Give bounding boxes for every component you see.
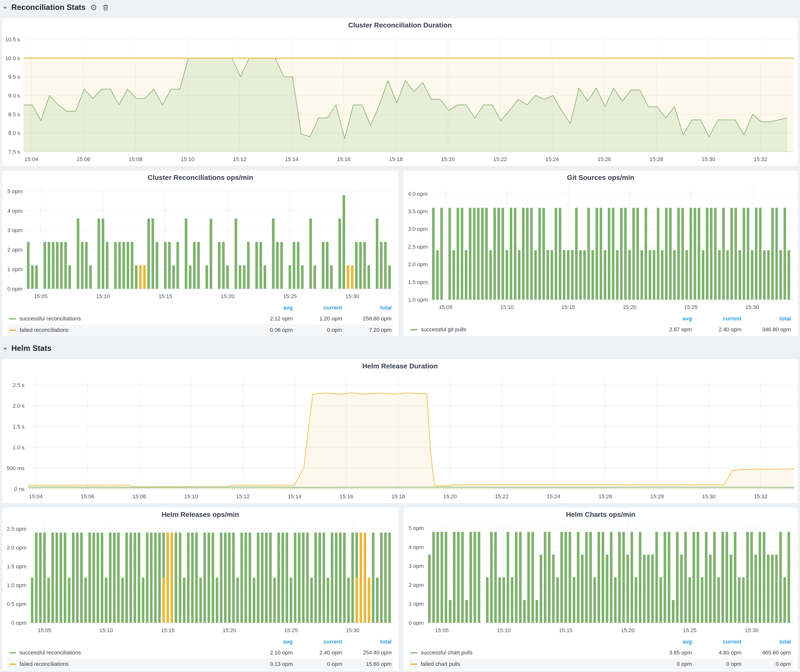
legend-series-toggle[interactable]: failed chart pulls	[410, 661, 642, 667]
svg-text:2.5 opm: 2.5 opm	[7, 526, 27, 532]
svg-text:15:30: 15:30	[745, 304, 759, 310]
legend-header-row: avg current total	[8, 302, 393, 313]
legend-sort-total[interactable]: total	[741, 315, 791, 322]
panel-cluster-reconciliations-opm: Cluster Reconciliations ops/min 15:0515:…	[2, 170, 399, 336]
svg-text:15:30: 15:30	[702, 156, 715, 162]
legend-total-value: 346.80 opm	[741, 326, 791, 333]
legend-avg-value: 0.06 opm	[243, 327, 293, 333]
legend-total-value: 15.60 opm	[342, 661, 392, 667]
svg-text:15:30: 15:30	[346, 627, 360, 634]
legend-series-toggle[interactable]: successful reconciliations	[9, 650, 243, 656]
svg-text:15:30: 15:30	[745, 627, 758, 634]
row-settings-gear-icon[interactable]: ⚙	[90, 3, 97, 11]
svg-text:15:15: 15:15	[158, 293, 172, 299]
cluster-reconciliation-duration-chart[interactable]: 15:0415:0615:0815:1015:1215:1415:1615:18…	[2, 32, 798, 166]
row-title: Helm Stats	[11, 344, 51, 353]
legend-sort-total[interactable]: total	[342, 305, 392, 311]
row-collapse-toggle[interactable]: Helm Stats	[2, 344, 51, 353]
svg-text:2.5 s: 2.5 s	[13, 382, 24, 388]
legend-series-label: successful chart pulls	[421, 650, 472, 656]
svg-text:2.0 s: 2.0 s	[13, 403, 24, 409]
legend-sort-avg[interactable]: avg	[243, 638, 293, 645]
legend: avg current total successful git pulls 2…	[403, 314, 798, 335]
svg-text:1.5 opm: 1.5 opm	[408, 279, 428, 285]
legend-current-value: 0 opm	[293, 661, 342, 667]
helm-release-duration-chart[interactable]: 15:0415:0615:0815:1015:1215:1415:1615:18…	[2, 373, 798, 503]
legend-series-toggle[interactable]: successful reconciliations	[9, 315, 243, 322]
svg-text:15:20: 15:20	[622, 304, 636, 310]
svg-text:15:14: 15:14	[285, 156, 299, 162]
legend-series-toggle[interactable]: failed reconciliations	[9, 661, 243, 667]
svg-text:3 opm: 3 opm	[409, 563, 424, 569]
dashboard: Reconciliation Stats ⚙ Cluster Reconcili…	[0, 0, 800, 672]
legend-sort-total[interactable]: total	[342, 638, 392, 645]
legend-sort-avg[interactable]: avg	[243, 305, 293, 311]
panel-title[interactable]: Helm Charts ops/min	[403, 507, 798, 522]
legend-sort-current[interactable]: current	[293, 305, 342, 311]
panel-title[interactable]: Git Sources ops/min	[403, 170, 798, 185]
legend-row-failed: failed reconciliations 0.13 opm 0 opm 15…	[8, 658, 393, 670]
svg-text:15:22: 15:22	[495, 493, 509, 499]
panel-title[interactable]: Cluster Reconciliations ops/min	[2, 170, 398, 185]
svg-text:15:15: 15:15	[559, 627, 573, 634]
svg-text:15:18: 15:18	[389, 156, 403, 162]
svg-text:15:25: 15:25	[684, 304, 698, 310]
legend-sort-current[interactable]: current	[692, 315, 741, 322]
svg-text:3.5 opm: 3.5 opm	[408, 208, 428, 214]
svg-text:15:12: 15:12	[233, 156, 246, 162]
panel-title[interactable]: Cluster Reconciliation Duration	[2, 18, 798, 32]
legend-sort-total[interactable]: total	[741, 638, 791, 645]
legend-row-successful: successful reconciliations 2.12 opm 1.20…	[8, 313, 393, 324]
legend-series-label: failed chart pulls	[421, 661, 460, 667]
helm-releases-opm-chart[interactable]: 15:0515:1015:1515:2015:2515:300 opm0.5 o…	[2, 522, 398, 637]
cluster-reconciliations-opm-chart[interactable]: 15:0515:1015:1515:2015:2515:300 opm1 opm…	[2, 185, 398, 302]
series-color-swatch	[410, 652, 417, 653]
svg-text:15:20: 15:20	[621, 627, 635, 634]
svg-text:1.0 opm: 1.0 opm	[408, 297, 428, 303]
panel-title[interactable]: Helm Release Duration	[2, 359, 798, 373]
row-delete-trash-icon[interactable]	[102, 3, 110, 11]
series-color-swatch	[410, 329, 417, 330]
legend-row-successful: successful reconciliations 2.10 opm 2.40…	[8, 647, 393, 658]
svg-text:15:10: 15:10	[96, 293, 110, 299]
legend-sort-avg[interactable]: avg	[642, 315, 692, 322]
legend-series-label: failed reconciliations	[19, 327, 69, 333]
legend-sort-current[interactable]: current	[293, 638, 342, 645]
panel-title[interactable]: Helm Releases ops/min	[2, 507, 398, 522]
legend-sort-avg[interactable]: avg	[642, 638, 692, 645]
chevron-down-icon	[2, 345, 8, 352]
svg-text:5 opm: 5 opm	[7, 188, 22, 194]
legend-series-toggle[interactable]: failed reconciliations	[9, 327, 243, 333]
svg-text:9.5 s: 9.5 s	[8, 74, 20, 80]
row-header-reconciliation-stats[interactable]: Reconciliation Stats ⚙	[2, 1, 225, 14]
svg-text:4 opm: 4 opm	[7, 208, 22, 214]
helm-charts-opm-chart[interactable]: 15:0515:1015:1515:2015:2515:300 opm1 opm…	[403, 522, 798, 637]
svg-text:3.0 opm: 3.0 opm	[408, 226, 428, 232]
svg-text:15:10: 15:10	[181, 156, 194, 162]
row-header-helm-stats[interactable]: Helm Stats	[2, 342, 150, 355]
legend-sort-current[interactable]: current	[692, 638, 741, 645]
legend-row-successful: successful git pulls 2.87 opm 2.40 opm 3…	[409, 324, 792, 335]
series-color-swatch	[9, 318, 16, 319]
svg-text:15:10: 15:10	[184, 493, 198, 499]
svg-text:4.0 opm: 4.0 opm	[408, 191, 428, 197]
row-title: Reconciliation Stats	[11, 3, 86, 12]
svg-text:15:26: 15:26	[597, 156, 611, 162]
git-sources-opm-chart[interactable]: 15:0515:1015:1515:2015:2515:301.0 opm1.5…	[403, 185, 798, 314]
svg-text:15:14: 15:14	[288, 493, 301, 499]
panel-git-sources-opm: Git Sources ops/min 15:0515:1015:1515:20…	[403, 170, 798, 336]
legend-avg-value: 0 opm	[642, 661, 692, 667]
svg-text:2 opm: 2 opm	[7, 247, 22, 253]
svg-text:15:32: 15:32	[754, 493, 767, 499]
legend-avg-value: 2.12 opm	[243, 315, 293, 322]
svg-text:15:05: 15:05	[38, 627, 51, 634]
svg-text:15:12: 15:12	[236, 493, 250, 499]
row-collapse-toggle[interactable]: Reconciliation Stats	[2, 3, 86, 12]
svg-text:15:25: 15:25	[683, 627, 697, 634]
legend-series-label: successful reconciliations	[19, 315, 81, 322]
legend-series-toggle[interactable]: successful git pulls	[410, 326, 642, 333]
svg-text:500 ms: 500 ms	[7, 465, 24, 471]
svg-text:15:25: 15:25	[283, 293, 297, 299]
panel-helm-release-duration: Helm Release Duration 15:0415:0615:0815:…	[2, 359, 798, 504]
legend-series-toggle[interactable]: successful chart pulls	[410, 650, 642, 656]
